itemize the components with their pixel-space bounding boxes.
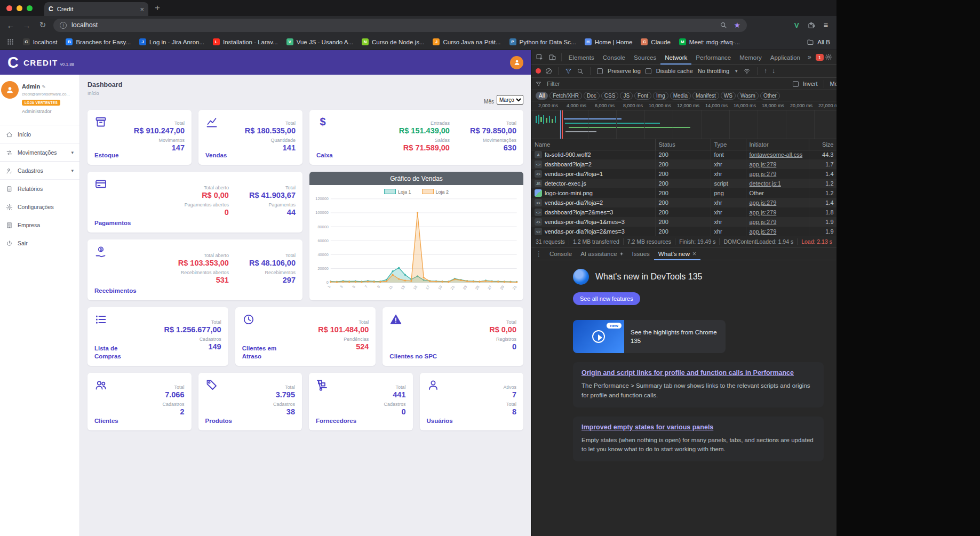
sidebar-item-empresa[interactable]: Empresa — [0, 216, 79, 234]
header-avatar[interactable] — [510, 56, 523, 69]
column-header-initiator[interactable]: Initiator — [746, 139, 809, 150]
more-tabs-icon[interactable]: » — [806, 53, 814, 61]
highlight-card[interactable]: new See the highlights from Chrome 135 — [573, 320, 726, 353]
all-bookmarks-button[interactable]: All B — [807, 38, 830, 46]
devtools-tab-network[interactable]: Network — [660, 50, 691, 65]
filter-chip-all[interactable]: All — [536, 92, 548, 100]
devtools-tab-memory[interactable]: Memory — [735, 50, 766, 65]
extensions-puzzle-icon[interactable] — [807, 21, 816, 29]
network-search-icon[interactable] — [577, 68, 584, 75]
forward-button[interactable]: → — [21, 21, 32, 30]
filter-chip-manifest[interactable]: Manifest — [692, 92, 719, 100]
column-header-status[interactable]: Status — [655, 139, 711, 150]
apps-grid-icon[interactable] — [6, 38, 14, 46]
edit-pencil-icon[interactable]: ✎ — [42, 84, 46, 90]
feature-heading-link[interactable]: Origin and script links for profile and … — [581, 369, 815, 377]
network-overview[interactable] — [531, 110, 836, 139]
sidebar-item-movimentacoes[interactable]: Movimentações▾ — [0, 143, 79, 162]
sidebar-item-cadastros[interactable]: Cadastros▾ — [0, 162, 79, 180]
devtools-tab-console[interactable]: Console — [599, 50, 630, 65]
filter-funnel-icon[interactable] — [565, 68, 572, 75]
sidebar-item-inicio[interactable]: Início — [0, 125, 79, 143]
bookmark-item[interactable]: CClaude — [641, 38, 670, 45]
drawer-tab-issues[interactable]: Issues — [628, 247, 654, 260]
settings-gear-icon[interactable] — [825, 53, 832, 61]
preserve-log-checkbox[interactable] — [597, 68, 603, 74]
bookmark-item[interactable]: Clocalhost — [23, 38, 57, 45]
inspect-icon[interactable] — [533, 51, 545, 63]
bookmark-item[interactable]: HHome | Home — [585, 38, 633, 45]
initiator-link[interactable]: fontawesome-all.css — [750, 151, 803, 158]
record-button[interactable] — [536, 68, 541, 74]
export-har-icon[interactable]: ↓ — [772, 67, 775, 75]
initiator-link[interactable]: app.js:279 — [750, 228, 777, 235]
bookmark-item[interactable]: MMeet: mdg-zfwq-... — [679, 38, 740, 45]
network-request-row[interactable]: <>dashboard?loja=2200xhrapp.js:2791.7 — [531, 159, 836, 169]
network-conditions-icon[interactable] — [743, 67, 751, 75]
error-badge[interactable]: 1 — [816, 54, 824, 61]
device-toolbar-icon[interactable] — [546, 51, 558, 63]
zoom-icon[interactable] — [720, 21, 727, 29]
see-all-features-button[interactable]: See all new features — [573, 292, 640, 305]
drawer-tab-whatsnew[interactable]: What's new× — [654, 247, 700, 260]
drawer-kebab-icon[interactable]: ⋮ — [533, 250, 544, 258]
filter-chip-js[interactable]: JS — [620, 92, 633, 100]
bookmark-item[interactable]: JLog in - Jira Anron... — [139, 38, 204, 45]
bookmark-item[interactable]: PPython for Data Sc... — [509, 38, 576, 45]
network-request-row[interactable]: <>vendas-por-dia?loja=2&mes=3200xhrapp.j… — [531, 227, 836, 236]
drawer-tab-console[interactable]: Console — [545, 247, 576, 260]
column-header-type[interactable]: Type — [711, 139, 746, 150]
network-request-row[interactable]: <>vendas-por-dia?loja=1200xhrapp.js:2791… — [531, 169, 836, 179]
clear-icon[interactable] — [546, 68, 552, 74]
filter-chip-doc[interactable]: Doc — [584, 92, 600, 100]
network-request-row[interactable]: JSdetector-exec.js200scriptdetector.js:1… — [531, 179, 836, 188]
bookmark-item[interactable]: LInstallation - Larav... — [213, 38, 278, 45]
bookmark-star-icon[interactable]: ★ — [734, 21, 740, 29]
sidebar-item-relatorios[interactable]: Relatórios — [0, 180, 79, 198]
initiator-link[interactable]: app.js:279 — [750, 199, 777, 206]
devtools-tab-application[interactable]: Application — [766, 50, 804, 65]
bookmark-item[interactable]: NCurso de Node.js... — [362, 38, 424, 45]
devtools-tab-sources[interactable]: Sources — [630, 50, 660, 65]
site-info-icon[interactable]: i — [60, 22, 67, 29]
network-request-row[interactable]: <>dashboard?loja=2&mes=3200xhrapp.js:279… — [531, 207, 836, 217]
reload-button[interactable]: ↻ — [37, 20, 48, 30]
network-request-row[interactable]: logo-icon-mini.png200pngOther1.2 — [531, 188, 836, 198]
initiator-link[interactable]: app.js:279 — [750, 161, 777, 167]
column-header-name[interactable]: Name — [531, 139, 655, 150]
filter-chip-fetchxhr[interactable]: Fetch/XHR — [549, 92, 582, 100]
filter-chip-img[interactable]: Img — [653, 92, 668, 100]
filter-chip-css[interactable]: CSS — [601, 92, 619, 100]
bookmark-item[interactable]: BBranches for Easy... — [66, 38, 131, 45]
filter-chip-other[interactable]: Other — [760, 92, 780, 100]
traffic-light-close[interactable] — [6, 5, 12, 11]
invert-checkbox[interactable] — [793, 81, 799, 87]
feature-heading-link[interactable]: Improved empty states for various panels — [581, 423, 815, 431]
import-har-icon[interactable]: ↑ — [764, 67, 767, 75]
filter-chip-media[interactable]: Media — [670, 92, 691, 100]
tab-close-icon[interactable]: × — [140, 5, 144, 13]
browser-tab[interactable]: C Credit × — [44, 2, 148, 16]
devtools-tab-performance[interactable]: Performance — [691, 50, 735, 65]
disable-cache-checkbox[interactable] — [646, 68, 651, 74]
filter-chip-ws[interactable]: WS — [721, 92, 736, 100]
initiator-link[interactable]: detector.js:1 — [750, 180, 781, 187]
network-request-row[interactable]: <>vendas-por-dia?loja=1&mes=3200xhrapp.j… — [531, 217, 836, 227]
vue-extension-icon[interactable]: V — [794, 21, 799, 29]
bookmark-item[interactable]: JCurso Java na Prát... — [433, 38, 500, 45]
filter-chip-wasm[interactable]: Wasm — [737, 92, 759, 100]
drawer-tab-close-icon[interactable]: × — [692, 250, 696, 258]
initiator-link[interactable]: app.js:279 — [750, 219, 777, 225]
devtools-tab-elements[interactable]: Elements — [564, 50, 599, 65]
month-select[interactable]: Março — [497, 95, 523, 105]
bookmark-item[interactable]: VVue JS - Usando A... — [286, 38, 353, 45]
back-button[interactable]: ← — [5, 21, 16, 30]
network-table-header[interactable]: NameStatusTypeInitiatorSize — [531, 139, 836, 150]
network-request-row[interactable]: <>vendas-por-dia?loja=2200xhrapp.js:2791… — [531, 198, 836, 207]
sidebar-item-sair[interactable]: Sair — [0, 234, 79, 252]
sidebar-item-configuracoes[interactable]: Configurações — [0, 198, 79, 216]
network-filter-input[interactable] — [546, 79, 788, 88]
column-header-size[interactable]: Size — [809, 139, 836, 150]
new-tab-button[interactable]: + — [155, 3, 160, 13]
omnibox[interactable]: i localhost ★ — [53, 19, 747, 32]
